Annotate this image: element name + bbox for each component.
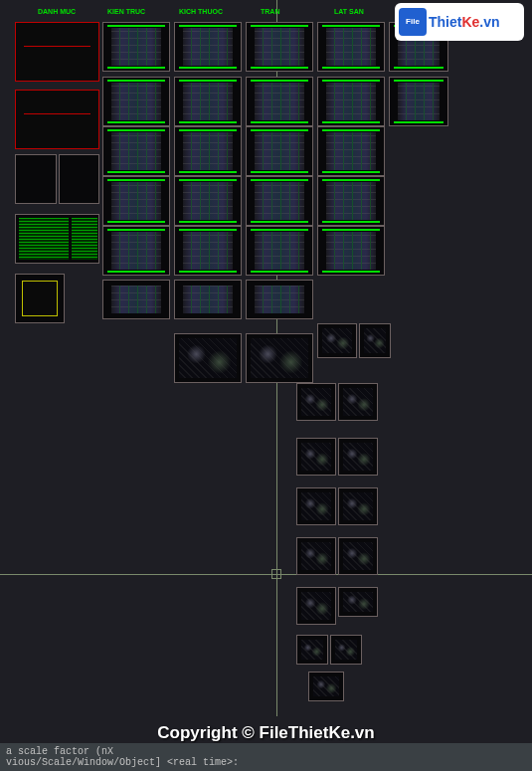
detail-sheet-5[interactable] [338,383,378,421]
detail-sheet-14[interactable] [296,635,328,665]
plan-sheet-r4c3[interactable] [246,226,313,276]
logo-text: ThietKe.vn [429,14,500,30]
cover-sheet-2[interactable] [15,90,99,149]
crosshair-horizontal [0,574,532,575]
index-sheet-a[interactable] [15,154,57,204]
detail-sheet-9[interactable] [338,487,378,525]
col-header-1: KIEN TRUC [107,8,145,15]
command-prompt-line: vious/Scale/Window/Object] <real time>: [6,757,526,768]
col-header-0: DANH MUC [38,8,76,15]
plan-sheet-r4c4[interactable] [317,226,385,276]
plan-sheet-r4c1[interactable] [102,226,170,276]
command-history-line: a scale factor (nX [6,746,526,757]
plan-sheet-r3c4[interactable] [317,176,385,226]
plan-sheet-r0c2[interactable] [174,22,242,72]
plan-sheet-r1c4[interactable] [317,77,385,126]
detail-sheet-10[interactable] [296,537,336,575]
col-header-4: LAT SAN [334,8,364,15]
detail-sheet-1[interactable] [246,333,313,383]
detail-sheet-16[interactable] [308,672,344,701]
detail-sheet-4[interactable] [296,383,336,421]
col-header-3: TRAN [261,8,279,15]
detail-sheet-2[interactable] [317,323,357,358]
plan-sheet-r1c3[interactable] [246,77,313,126]
plan-sheet-r0c4[interactable] [317,22,385,72]
plan-sheet-r5c1[interactable] [102,280,170,319]
detail-sheet-7[interactable] [338,438,378,476]
plan-sheet-r2c1[interactable] [102,126,170,176]
command-line-area[interactable]: a scale factor (nX vious/Scale/Window/Ob… [0,743,532,771]
detail-sheet-13[interactable] [338,587,378,617]
plan-sheet-r2c3[interactable] [246,126,313,176]
detail-sheet-0[interactable] [174,333,242,383]
watermark-logo: File ThietKe.vn [395,3,524,41]
plan-sheet-r0c1[interactable] [102,22,170,72]
detail-sheet-11[interactable] [338,537,378,575]
detail-sheet-6[interactable] [296,438,336,476]
notes-sheet[interactable] [15,214,99,264]
plan-sheet-r1c1[interactable] [102,77,170,126]
plan-sheet-r4c2[interactable] [174,226,242,276]
legend-sheet[interactable] [15,274,65,323]
copyright-watermark: Copyright © FileThietKe.vn [0,723,532,743]
plan-sheet-r2c4[interactable] [317,126,385,176]
cover-sheet-1[interactable] [15,22,99,82]
index-sheet-b[interactable] [59,154,99,204]
detail-sheet-8[interactable] [296,487,336,525]
col-header-2: KICH THUOC [179,8,223,15]
detail-sheet-12[interactable] [296,587,336,625]
plan-sheet-r1c2[interactable] [174,77,242,126]
plan-sheet-r1c5[interactable] [389,77,448,126]
crosshair-pickbox [271,569,281,579]
model-space-canvas[interactable]: DANH MUC KIEN TRUC KICH THUOC TRAN LAT S… [0,0,532,771]
plan-sheet-r0c3[interactable] [246,22,313,72]
detail-sheet-15[interactable] [330,635,362,665]
plan-sheet-r5c2[interactable] [174,280,242,319]
plan-sheet-r3c1[interactable] [102,176,170,226]
plan-sheet-r2c2[interactable] [174,126,242,176]
logo-badge: File [399,8,427,36]
plan-sheet-r3c2[interactable] [174,176,242,226]
plan-sheet-r5c3[interactable] [246,280,313,319]
plan-sheet-r3c3[interactable] [246,176,313,226]
detail-sheet-3[interactable] [359,323,391,358]
